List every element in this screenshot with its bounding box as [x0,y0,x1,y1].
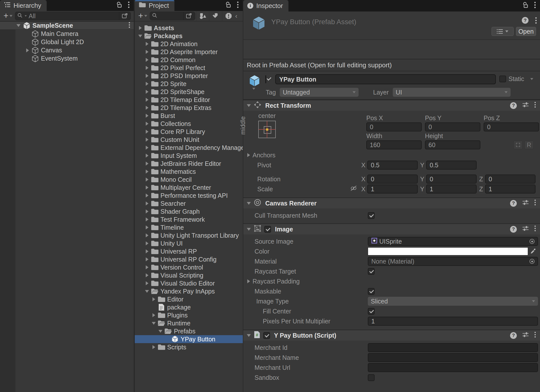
project-item-foldout-icon[interactable] [146,82,148,86]
project-item-2d-common[interactable]: 2D Common [135,56,243,64]
game-object-name-field[interactable]: YPay Button [275,74,496,84]
project-item-input-system[interactable]: Input System [135,152,243,160]
scene-foldout-icon[interactable] [16,24,20,27]
project-item-foldout-icon[interactable] [152,345,155,349]
static-dropdown-icon[interactable] [530,78,533,80]
project-item-plugins[interactable]: Plugins [135,311,243,319]
project-item-foldout-icon[interactable] [146,209,148,213]
project-item-visual-scripting[interactable]: Visual Scripting [135,271,243,279]
project-item-foldout-icon[interactable] [146,138,148,142]
hierarchy-item-eventsystem[interactable]: EventSystem [0,54,134,63]
project-item-external-dependency-manage[interactable]: External Dependency Manage [135,144,243,152]
project-item-foldout-icon[interactable] [152,313,155,317]
rotation-x-field[interactable]: 0 [367,175,418,184]
foldout-icon[interactable] [247,334,251,337]
project-item-packages[interactable]: Packages [135,32,243,40]
maskable-checkbox[interactable] [368,288,375,295]
project-item-foldout-icon[interactable] [152,322,156,325]
object-picker-icon[interactable] [530,239,535,244]
project-item-2d-spriteshape[interactable]: 2D SpriteShape [135,88,243,96]
project-item-burst[interactable]: Burst [135,112,243,120]
tab-project[interactable]: Project [135,0,174,11]
foldout-icon[interactable] [247,104,251,107]
scale-y-field[interactable]: 1 [426,185,477,194]
scene-row[interactable]: SampleScene [0,21,134,30]
project-item-mono-cecil[interactable]: Mono Cecil [135,176,243,184]
project-item-foldout-icon[interactable] [146,154,148,158]
search-by-type-button[interactable] [196,11,209,21]
project-item-2d-aseprite-importer[interactable]: 2D Aseprite Importer [135,48,243,56]
anchors-foldout-icon[interactable] [247,153,250,157]
project-item-package[interactable]: package [135,303,243,311]
project-item-foldout-icon[interactable] [146,225,148,229]
project-item-runtime[interactable]: Runtime [135,319,243,327]
rotation-y-field[interactable]: 0 [426,175,477,184]
open-prefab-button[interactable]: Open [516,27,536,36]
project-item-ypay-button[interactable]: YPay Button [135,335,243,343]
project-item-foldout-icon[interactable] [146,273,148,277]
project-item-foldout-icon[interactable] [146,130,148,134]
scale-z-field[interactable]: 1 [485,185,536,194]
project-item-foldout-icon[interactable] [146,66,148,70]
project-item-foldout-icon[interactable] [146,233,148,237]
toolbar-overflow-chevron[interactable]: ‹ [235,12,238,20]
project-item-foldout-icon[interactable] [146,106,148,110]
help-icon[interactable]: ? [510,332,517,339]
help-icon[interactable]: ? [510,226,517,233]
search-filter-dropdown-icon[interactable] [25,15,27,17]
hierarchy-item-main-camera[interactable]: Main Camera [0,30,134,38]
project-item-foldout-icon[interactable] [146,194,148,197]
tag-dropdown[interactable]: Untagged [280,88,359,97]
add-object-dropdown-icon[interactable] [9,15,12,17]
search-detach-button[interactable] [183,12,195,20]
lock-icon[interactable] [523,2,529,10]
search-by-label-button[interactable] [209,11,222,21]
kebab-menu-icon[interactable] [534,225,536,233]
hierarchy-item-canvas[interactable]: Canvas [0,46,134,54]
project-item-collections[interactable]: Collections [135,120,243,128]
project-item-scripts[interactable]: Scripts [135,343,243,351]
fill-center-checkbox[interactable] [368,308,375,315]
image-type-dropdown[interactable]: Sliced [368,297,538,306]
project-item-unity-ui[interactable]: Unity UI [135,239,243,247]
tab-inspector[interactable]: i Inspector [243,0,288,11]
project-item-2d-psd-importer[interactable]: 2D PSD Importer [135,72,243,80]
project-item-foldout-icon[interactable] [158,330,162,333]
presets-icon[interactable] [522,199,529,207]
pos-x-field[interactable]: 0 [366,122,422,131]
project-item-2d-tilemap-editor[interactable]: 2D Tilemap Editor [135,96,243,104]
scale-link-icon[interactable] [350,185,357,193]
hierarchy-item-global-light-2d[interactable]: Global Light 2D [0,38,134,46]
project-item-universal-rp-config[interactable]: Universal RP Config [135,255,243,263]
project-item-foldout-icon[interactable] [146,178,148,182]
project-item-2d-tilemap-extras[interactable]: 2D Tilemap Extras [135,104,243,112]
create-asset-button[interactable]: + [138,11,143,20]
project-item-foldout-icon[interactable] [146,122,148,126]
project-item-jetbrains-rider-editor[interactable]: JetBrains Rider Editor [135,160,243,168]
project-item-foldout-icon[interactable] [146,186,148,190]
help-icon[interactable]: ? [510,102,517,109]
raw-edit-mode-button[interactable]: R [525,141,534,149]
project-item-foldout-icon[interactable] [146,146,148,150]
project-search-input[interactable] [150,12,195,20]
pivot-x-field[interactable]: 0.5 [367,161,418,170]
hierarchy-search-input[interactable]: All [15,12,131,20]
tab-hierarchy[interactable]: Hierarchy [0,0,47,11]
presets-icon[interactable] [522,102,529,109]
help-icon[interactable]: ? [522,17,529,24]
hierarchy-item-foldout-icon[interactable] [26,48,29,52]
material-field[interactable]: None (Material) [368,257,538,266]
help-icon[interactable]: ? [510,200,517,207]
image-component-header[interactable]: Image ? [243,223,540,234]
project-item-foldout-icon[interactable] [146,98,148,102]
canvas-renderer-header[interactable]: Canvas Renderer ? [243,197,540,208]
lock-icon[interactable] [225,1,231,10]
sandbox-checkbox[interactable] [368,374,375,381]
game-object-active-checkbox[interactable] [265,75,266,83]
height-field[interactable]: 60 [425,140,480,149]
project-item-core-rp-library[interactable]: Core RP Library [135,128,243,136]
project-item-foldout-icon[interactable] [145,290,149,293]
raycast-target-checkbox[interactable] [368,268,375,275]
project-item-foldout-icon[interactable] [146,281,148,285]
project-item-2d-pixel-perfect[interactable]: 2D Pixel Perfect [135,64,243,72]
